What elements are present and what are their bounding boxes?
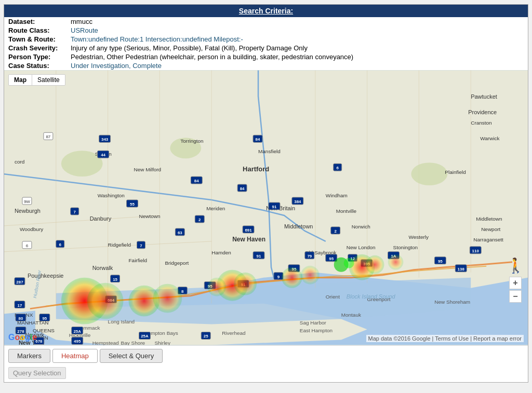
svg-text:Poughkeepsie: Poughkeepsie: [28, 273, 64, 279]
pegman-control[interactable]: 🚶: [509, 257, 522, 278]
svg-text:2: 2: [198, 218, 201, 222]
svg-text:Hartford: Hartford: [243, 165, 269, 173]
person-type-row: Person Type: Pedestrian, Other Pedestria…: [4, 52, 528, 61]
map-type-controls: Map Satellite: [8, 74, 65, 86]
svg-text:9: 9: [277, 275, 280, 279]
svg-text:Norwalk: Norwalk: [92, 265, 113, 271]
crash-severity-label: Crash Severity:: [8, 44, 71, 52]
svg-text:91: 91: [272, 205, 277, 209]
map-type-satellite-button[interactable]: Satellite: [32, 75, 65, 85]
svg-text:New Haven: New Haven: [232, 236, 265, 243]
dataset-value: mmucc: [71, 18, 524, 25]
svg-point-168: [153, 284, 182, 313]
svg-text:Norwich: Norwich: [352, 224, 370, 229]
svg-point-176: [388, 254, 404, 270]
case-status-value: Under Investigation, Complete: [71, 62, 524, 70]
svg-text:Block Island Sound: Block Island Sound: [347, 293, 396, 300]
search-criteria-header: Search Criteria:: [4, 5, 528, 17]
crash-severity-row: Crash Severity: Injury of any type (Seri…: [4, 44, 528, 52]
svg-text:Newburgh: Newburgh: [15, 208, 41, 214]
map-type-map-button[interactable]: Map: [9, 75, 32, 85]
svg-point-173: [301, 266, 320, 284]
case-status-label: Case Status:: [8, 62, 71, 70]
google-logo: Google: [8, 333, 37, 342]
svg-text:7: 7: [140, 243, 142, 248]
svg-text:287: 287: [16, 280, 23, 284]
svg-text:New Milford: New Milford: [134, 167, 162, 172]
svg-marker-1: [4, 71, 528, 314]
svg-text:25: 25: [204, 334, 208, 339]
svg-text:QUEENS: QUEENS: [33, 328, 55, 333]
svg-text:Bay Shore: Bay Shore: [121, 340, 145, 345]
pegman-icon: 🚶: [507, 257, 525, 274]
zoom-out-button[interactable]: −: [509, 290, 522, 303]
svg-text:Danbury: Danbury: [90, 215, 112, 222]
svg-text:6: 6: [59, 242, 62, 247]
zoom-in-button[interactable]: +: [509, 277, 522, 289]
route-class-value: USRoute: [71, 26, 524, 34]
svg-text:Bridgeport: Bridgeport: [165, 260, 189, 266]
svg-point-171: [207, 278, 226, 296]
svg-text:Riverhead: Riverhead: [222, 330, 245, 336]
svg-text:2: 2: [335, 229, 337, 234]
map-background: Hartford New Haven New Britain Middletow…: [4, 70, 528, 345]
svg-text:Newtown: Newtown: [139, 213, 160, 219]
svg-point-175: [366, 255, 384, 274]
svg-text:Plainfield: Plainfield: [445, 169, 466, 175]
tab-bar: Markers Heatmap Select & Query: [4, 345, 528, 365]
tab-select-query[interactable]: Select & Query: [100, 349, 163, 363]
svg-text:91: 91: [257, 254, 261, 259]
svg-text:Montville: Montville: [336, 208, 357, 214]
svg-text:Cranston: Cranston: [471, 120, 491, 126]
case-status-row: Case Status: Under Investigation, Comple…: [4, 61, 528, 70]
svg-text:15: 15: [113, 277, 117, 282]
svg-text:Torrington: Torrington: [180, 138, 203, 144]
map-container[interactable]: Hartford New Haven New Britain Middletow…: [4, 70, 528, 345]
svg-text:New Shoreham: New Shoreham: [434, 299, 470, 305]
svg-text:7: 7: [74, 210, 76, 214]
svg-text:New London: New London: [347, 245, 376, 250]
tab-heatmap[interactable]: Heatmap: [52, 349, 98, 363]
svg-text:Long Island: Long Island: [108, 319, 135, 324]
zoom-controls: + −: [509, 277, 522, 304]
svg-text:Mansfield: Mansfield: [258, 148, 281, 154]
svg-text:95: 95: [329, 256, 334, 261]
svg-text:17: 17: [18, 303, 22, 308]
svg-text:138: 138: [458, 267, 465, 272]
query-selection-label: Query Selection: [8, 367, 66, 379]
svg-text:95: 95: [438, 259, 443, 264]
person-type-label: Person Type:: [8, 53, 71, 61]
svg-text:Hamden: Hamden: [211, 250, 231, 255]
svg-text:East Hampton: East Hampton: [300, 328, 332, 333]
svg-text:Woodbury: Woodbury: [20, 226, 43, 232]
svg-text:8: 8: [181, 289, 184, 294]
svg-text:Fairfield: Fairfield: [129, 258, 147, 263]
svg-text:80: 80: [18, 316, 23, 321]
svg-text:Pawtucket: Pawtucket: [471, 93, 497, 100]
svg-text:110: 110: [472, 249, 480, 253]
svg-text:Westerly: Westerly: [408, 234, 429, 240]
svg-text:Windham: Windham: [326, 193, 348, 198]
svg-text:6: 6: [26, 243, 29, 248]
svg-text:Warwick: Warwick: [480, 135, 499, 141]
map-attribution: Map data ©2016 Google | Terms of Use | R…: [366, 335, 524, 342]
svg-text:84: 84: [194, 179, 199, 183]
map-svg: Hartford New Haven New Britain Middletow…: [4, 70, 528, 345]
svg-text:Newport: Newport: [481, 226, 500, 232]
svg-text:343: 343: [101, 137, 109, 142]
svg-text:84: 84: [256, 137, 260, 142]
svg-text:87: 87: [46, 134, 50, 139]
town-route-row: Town & Route: Town:undefined Route:1 Int…: [4, 35, 528, 44]
svg-text:Stonington: Stonington: [393, 245, 418, 250]
svg-text:84: 84: [240, 186, 245, 191]
svg-text:384: 384: [294, 199, 301, 204]
svg-text:Shirley: Shirley: [154, 340, 170, 345]
svg-text:25A: 25A: [141, 334, 149, 339]
svg-point-172: [282, 267, 302, 288]
svg-text:44: 44: [101, 153, 105, 157]
tab-markers[interactable]: Markers: [8, 349, 50, 363]
svg-text:691: 691: [245, 228, 252, 233]
crash-severity-value: Injury of any type (Serious, Minor, Poss…: [71, 44, 524, 52]
svg-text:Providence: Providence: [468, 109, 497, 115]
svg-text:Montauk: Montauk: [341, 312, 361, 318]
